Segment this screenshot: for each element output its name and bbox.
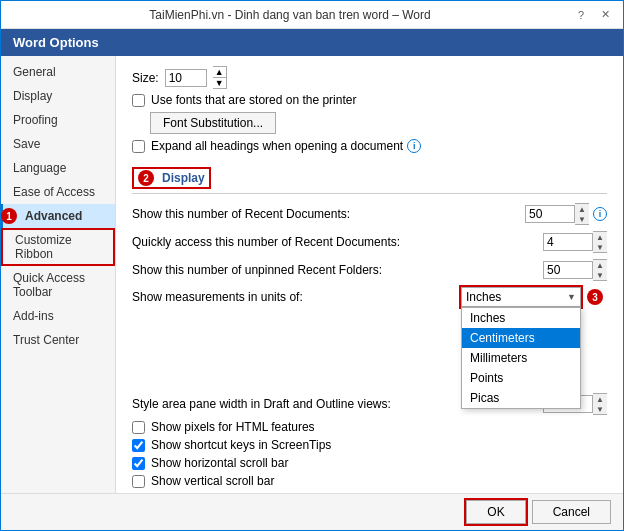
quickly-access-spinbox: ▲ ▼	[543, 231, 607, 253]
sidebar-item-display[interactable]: Display	[1, 84, 115, 108]
quickly-access-row: Quickly access this number of Recent Doc…	[132, 228, 607, 256]
show-pixels-checkbox[interactable]	[132, 421, 145, 434]
quickly-access-down[interactable]: ▼	[593, 242, 607, 252]
measurements-value: Inches	[466, 290, 501, 304]
footer: OK Cancel	[1, 493, 623, 530]
size-label: Size:	[132, 71, 159, 85]
font-substitution-btn[interactable]: Font Substitution...	[150, 112, 276, 134]
content-inner: Size: ▲ ▼ Use fonts that are stored on t…	[116, 56, 623, 493]
use-fonts-label: Use fonts that are stored on the printer	[151, 93, 356, 107]
use-fonts-row: Use fonts that are stored on the printer	[132, 91, 607, 109]
badge-1: 1	[1, 208, 17, 224]
unpinned-folders-label: Show this number of unpinned Recent Fold…	[132, 263, 543, 277]
sidebar-item-advanced[interactable]: 1 Advanced	[1, 204, 115, 228]
close-button[interactable]: ✕	[595, 6, 615, 24]
content-area: Size: ▲ ▼ Use fonts that are stored on t…	[116, 56, 623, 493]
sidebar-item-language[interactable]: Language	[1, 156, 115, 180]
show-vertical-row: Show vertical scroll bar	[132, 472, 607, 490]
quickly-access-arrows: ▲ ▼	[593, 231, 607, 253]
expand-headings-checkbox[interactable]	[132, 140, 145, 153]
dialog-header: Word Options	[1, 29, 623, 56]
quickly-access-up[interactable]: ▲	[593, 232, 607, 242]
unpinned-folders-up[interactable]: ▲	[593, 260, 607, 270]
measurements-row: Show measurements in units of: Inches ▼ …	[132, 284, 607, 310]
title-bar: TaiMienPhi.vn - Dinh dang van ban tren w…	[1, 1, 623, 29]
dropdown-item-picas[interactable]: Picas	[462, 388, 580, 408]
unpinned-folders-input[interactable]	[543, 261, 593, 279]
show-horizontal-row: Show horizontal scroll bar	[132, 454, 607, 472]
dropdown-badge: 3	[587, 289, 603, 305]
show-vertical-label: Show vertical scroll bar	[151, 474, 274, 488]
recent-docs-info-icon[interactable]: i	[593, 207, 607, 221]
unpinned-folders-down[interactable]: ▼	[593, 270, 607, 280]
display-section-box: 2 Display	[132, 167, 211, 189]
show-pixels-label: Show pixels for HTML features	[151, 420, 315, 434]
show-ruler-label: Show vertical ruler in Print Layout view	[151, 492, 357, 493]
quickly-access-input[interactable]	[543, 233, 593, 251]
show-pixels-row: Show pixels for HTML features	[132, 418, 607, 436]
show-ruler-checkbox[interactable]	[132, 493, 145, 494]
dialog-body: General Display Proofing Save Language E…	[1, 56, 623, 493]
style-area-down[interactable]: ▼	[593, 404, 607, 414]
sidebar-item-proofing[interactable]: Proofing	[1, 108, 115, 132]
title-bar-controls: ? ✕	[571, 6, 615, 24]
display-badge: 2	[138, 170, 154, 186]
sidebar-item-save[interactable]: Save	[1, 132, 115, 156]
dialog-title: Word Options	[13, 35, 99, 50]
show-shortcut-checkbox[interactable]	[132, 439, 145, 452]
measurements-dropdown-arrow: ▼	[567, 292, 576, 302]
recent-docs-arrows: ▲ ▼	[575, 203, 589, 225]
window-title: TaiMienPhi.vn - Dinh dang van ban tren w…	[9, 8, 571, 22]
measurements-dropdown: Inches Centimeters Millimeters Points Pi…	[461, 307, 581, 409]
sidebar-item-quick-access-toolbar[interactable]: Quick Access Toolbar	[1, 266, 115, 304]
use-fonts-checkbox[interactable]	[132, 94, 145, 107]
recent-docs-up[interactable]: ▲	[575, 204, 589, 214]
size-up-arrow[interactable]: ▲	[213, 67, 226, 78]
quickly-access-label: Quickly access this number of Recent Doc…	[132, 235, 543, 249]
style-area-arrows: ▲ ▼	[593, 393, 607, 415]
sidebar-item-trust-center[interactable]: Trust Center	[1, 328, 115, 352]
size-row: Size: ▲ ▼	[132, 64, 607, 91]
dropdown-item-inches[interactable]: Inches	[462, 308, 580, 328]
recent-docs-input[interactable]	[525, 205, 575, 223]
size-down-arrow[interactable]: ▼	[213, 78, 226, 88]
expand-headings-info-icon[interactable]: i	[407, 139, 421, 153]
show-horizontal-label: Show horizontal scroll bar	[151, 456, 288, 470]
size-spinbox[interactable]: ▲ ▼	[213, 66, 227, 89]
measurements-select[interactable]: Inches ▼	[461, 287, 581, 307]
sidebar-item-ease-of-access[interactable]: Ease of Access	[1, 180, 115, 204]
display-section-label-text: Display	[162, 171, 205, 185]
size-input[interactable]	[165, 69, 207, 87]
expand-headings-row: Expand all headings when opening a docum…	[132, 137, 607, 155]
show-ruler-row: Show vertical ruler in Print Layout view	[132, 490, 607, 493]
measurements-dropdown-wrapper: Inches ▼ Inches Centimeters Millimeters …	[461, 287, 581, 307]
word-options-dialog: TaiMienPhi.vn - Dinh dang van ban tren w…	[0, 0, 624, 531]
dropdown-item-centimeters[interactable]: Centimeters	[462, 328, 580, 348]
show-shortcut-label: Show shortcut keys in ScreenTips	[151, 438, 331, 452]
measurements-label: Show measurements in units of:	[132, 290, 461, 304]
recent-docs-label: Show this number of Recent Documents:	[132, 207, 525, 221]
sidebar-item-add-ins[interactable]: Add-ins	[1, 304, 115, 328]
sidebar-item-general[interactable]: General	[1, 60, 115, 84]
show-vertical-checkbox[interactable]	[132, 475, 145, 488]
style-area-up[interactable]: ▲	[593, 394, 607, 404]
unpinned-folders-row: Show this number of unpinned Recent Fold…	[132, 256, 607, 284]
cancel-button[interactable]: Cancel	[532, 500, 611, 524]
unpinned-folders-spinbox: ▲ ▼	[543, 259, 607, 281]
show-shortcut-row: Show shortcut keys in ScreenTips	[132, 436, 607, 454]
sidebar: General Display Proofing Save Language E…	[1, 56, 116, 493]
font-substitution-row: Font Substitution...	[132, 109, 607, 137]
recent-docs-row: Show this number of Recent Documents: ▲ …	[132, 200, 607, 228]
dropdown-item-millimeters[interactable]: Millimeters	[462, 348, 580, 368]
unpinned-folders-arrows: ▲ ▼	[593, 259, 607, 281]
display-section-header: 2 Display	[132, 163, 607, 194]
sidebar-item-customize-ribbon[interactable]: Customize Ribbon	[1, 228, 115, 266]
ok-button[interactable]: OK	[466, 500, 525, 524]
recent-docs-down[interactable]: ▼	[575, 214, 589, 224]
help-button[interactable]: ?	[571, 6, 591, 24]
expand-headings-label: Expand all headings when opening a docum…	[151, 139, 403, 153]
show-horizontal-checkbox[interactable]	[132, 457, 145, 470]
recent-docs-spinbox: ▲ ▼	[525, 203, 589, 225]
dropdown-item-points[interactable]: Points	[462, 368, 580, 388]
